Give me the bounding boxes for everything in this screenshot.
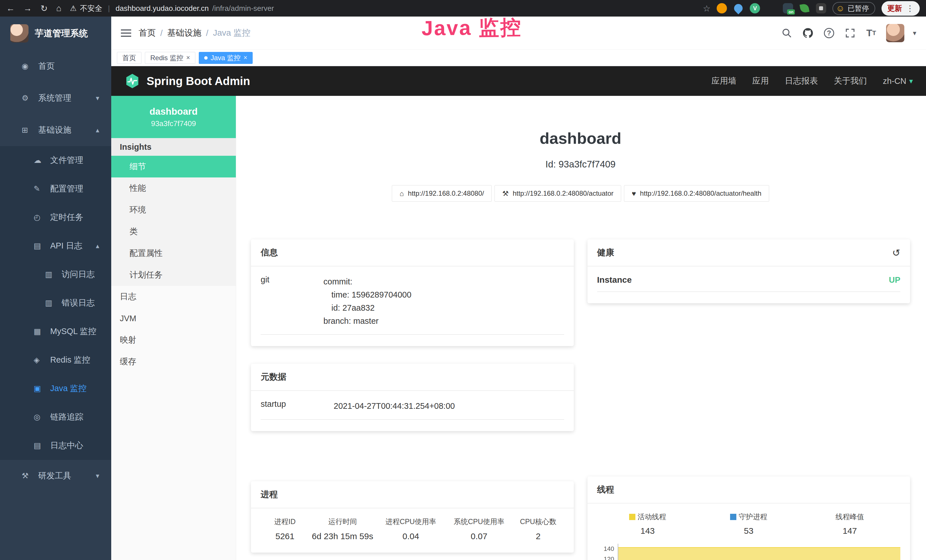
sidebar-item-mysql[interactable]: ▦ MySQL 监控 — [0, 317, 111, 346]
sba-item-jvm[interactable]: JVM — [111, 307, 236, 329]
sidebar-item-label: Java 监控 — [50, 383, 86, 394]
history-icon[interactable]: ↺ — [892, 247, 900, 259]
extension-vue-devtools-icon[interactable]: V — [750, 3, 760, 14]
sidebar-item-log-center[interactable]: ▤ 日志中心 — [0, 431, 111, 460]
legend-label: 活动线程 — [638, 512, 666, 522]
active-dot-icon — [204, 56, 207, 60]
sba-item-caches[interactable]: 缓存 — [111, 351, 236, 372]
back-icon[interactable]: ← — [6, 3, 15, 13]
close-icon[interactable]: × — [186, 54, 190, 62]
sidebar-item-infra[interactable]: ⊞ 基础设施 ▴ — [0, 114, 111, 146]
tab-label: Redis 监控 — [150, 53, 183, 62]
kebab-menu-icon[interactable]: ⋮ — [906, 4, 914, 13]
search-button[interactable] — [781, 27, 793, 39]
sba-item-details[interactable]: 细节 — [111, 156, 236, 177]
sba-body: dashboard 93a3fc7f7409 Insights 细节 性能 环境… — [111, 96, 926, 560]
chrome-update-button[interactable]: 更新 ⋮ — [882, 1, 920, 16]
sidebar-item-system[interactable]: ⚙ 系统管理 ▾ — [0, 82, 111, 114]
actuator-url-link[interactable]: ⚒ http://192.168.0.2:48080/actuator — [495, 185, 621, 202]
process-card-title: 进程 — [261, 489, 278, 500]
sba-item-configprops[interactable]: 配置属性 — [111, 242, 236, 264]
sba-item-metrics[interactable]: 性能 — [111, 177, 236, 199]
sba-item-classes[interactable]: 类 — [111, 221, 236, 242]
bookmark-star-icon[interactable]: ☆ — [703, 3, 710, 14]
sba-item-scheduledtasks[interactable]: 计划任务 — [111, 264, 236, 286]
extension-orange-icon[interactable] — [717, 3, 727, 14]
legend-col-daemon: 守护进程 53 — [698, 512, 799, 536]
workspace: 芋道管理系统 ◉ 首页 ⚙ 系统管理 ▾ ⊞ 基础设施 ▴ ☁ 文件管理 — [0, 17, 926, 560]
extension-pin-icon[interactable] — [816, 3, 826, 14]
sidebar-item-api-log[interactable]: ▤ API 日志 ▴ — [0, 232, 111, 260]
breadcrumb-current: Java 监控 — [213, 27, 251, 39]
sidebar-item-error-log[interactable]: ▥ 错误日志 — [0, 289, 111, 317]
github-button[interactable] — [802, 27, 814, 39]
monitor-icon: ⊞ — [22, 126, 34, 135]
extension-grid-icon[interactable] — [766, 3, 776, 14]
chevron-down-icon: ▾ — [96, 472, 99, 480]
tags-view-bar: 首页 Redis 监控 × Java 监控 × — [111, 50, 926, 66]
extension-leaf-icon[interactable] — [799, 3, 809, 14]
app-logo — [10, 24, 29, 42]
fullscreen-button[interactable] — [844, 27, 856, 39]
sidebar-item-java[interactable]: ▣ Java 监控 — [0, 374, 111, 403]
instance-label: Instance — [597, 275, 632, 285]
forward-icon[interactable]: → — [23, 3, 32, 13]
sidebar-item-redis[interactable]: ◈ Redis 监控 — [0, 346, 111, 374]
address-bar[interactable]: ⚠ 不安全 | dashboard.yudao.iocoder.cn/infra… — [70, 3, 274, 14]
sba-item-mappings[interactable]: 映射 — [111, 329, 236, 351]
sidebar-fold-button[interactable] — [121, 29, 131, 38]
active-threads-area — [618, 547, 900, 560]
sidebar-item-home[interactable]: ◉ 首页 — [0, 50, 111, 82]
help-button[interactable]: ? — [823, 27, 835, 39]
breadcrumb-home[interactable]: 首页 — [139, 27, 156, 39]
header-actions: ? TT ▾ — [781, 24, 916, 42]
sidebar-item-config[interactable]: ✎ 配置管理 — [0, 175, 111, 203]
sba-nav-wallboard[interactable]: 应用墙 — [711, 75, 736, 87]
sba-item-logs[interactable]: 日志 — [111, 286, 236, 307]
col-value: 0.04 — [378, 531, 444, 541]
avatar-caret-icon[interactable]: ▾ — [913, 29, 916, 37]
col-value: 6d 23h 15m 59s — [311, 531, 374, 541]
breadcrumb-infra[interactable]: 基础设施 — [167, 27, 201, 39]
instance-id: 93a3fc7f7409 — [151, 119, 196, 128]
tab-home[interactable]: 首页 — [117, 52, 141, 64]
font-size-button[interactable]: TT — [865, 27, 878, 39]
profile-paused-badge[interactable]: ☺ 已暂停 — [832, 2, 875, 15]
health-url-link[interactable]: ♥ http://192.168.0.2:48080/actuator/heal… — [624, 185, 769, 202]
user-avatar[interactable] — [886, 24, 904, 42]
sba-nav-applications[interactable]: 应用 — [752, 75, 769, 87]
reload-icon[interactable]: ↻ — [41, 3, 48, 14]
info-key: git — [261, 275, 324, 327]
extension-drop-icon[interactable] — [733, 3, 743, 14]
card-body: 活动线程 143 守护进程 — [587, 504, 910, 560]
col-value: 2 — [514, 531, 562, 541]
sidebar-item-trace[interactable]: ◎ 链路追踪 — [0, 403, 111, 431]
process-col: 进程ID 5261 — [261, 517, 309, 541]
log-icon: ▥ — [45, 270, 57, 279]
health-card-title: 健康 — [597, 247, 614, 259]
browser-nav-buttons: ← → ↻ ⌂ — [6, 3, 61, 14]
clock-icon: ◴ — [34, 213, 45, 222]
proxy-on-badge: on — [787, 9, 795, 15]
sidebar-item-access-log[interactable]: ▥ 访问日志 — [0, 260, 111, 289]
sba-item-environment[interactable]: 环境 — [111, 199, 236, 221]
card-title: 元数据 — [251, 364, 574, 391]
sba-nav: 应用墙 应用 日志报表 关于我们 zh-CN ▾ — [711, 75, 913, 87]
home-icon[interactable]: ⌂ — [56, 3, 61, 13]
tab-redis-monitor[interactable]: Redis 监控 × — [145, 52, 195, 64]
tab-java-monitor[interactable]: Java 监控 × — [199, 52, 253, 64]
sidebar-item-devtool[interactable]: ⚒ 研发工具 ▾ — [0, 460, 111, 492]
service-url-link[interactable]: ⌂ http://192.168.0.2:48080/ — [392, 185, 492, 202]
sba-brand[interactable]: Spring Boot Admin — [124, 73, 250, 89]
sidebar-item-label: 系统管理 — [38, 92, 71, 104]
locale-selector[interactable]: zh-CN ▾ — [883, 76, 913, 86]
extension-proxy-icon[interactable]: on — [783, 3, 793, 14]
sidebar-item-job[interactable]: ◴ 定时任务 — [0, 203, 111, 232]
close-icon[interactable]: × — [244, 54, 247, 62]
sba-nav-journal[interactable]: 日志报表 — [785, 75, 818, 87]
sba-nav-about[interactable]: 关于我们 — [834, 75, 867, 87]
sba-brand-label: Spring Boot Admin — [147, 75, 250, 88]
chart-y-axis: 140 120 100 — [597, 544, 618, 560]
sidebar-item-file[interactable]: ☁ 文件管理 — [0, 146, 111, 175]
process-col: CPU核心数 2 — [513, 517, 564, 541]
